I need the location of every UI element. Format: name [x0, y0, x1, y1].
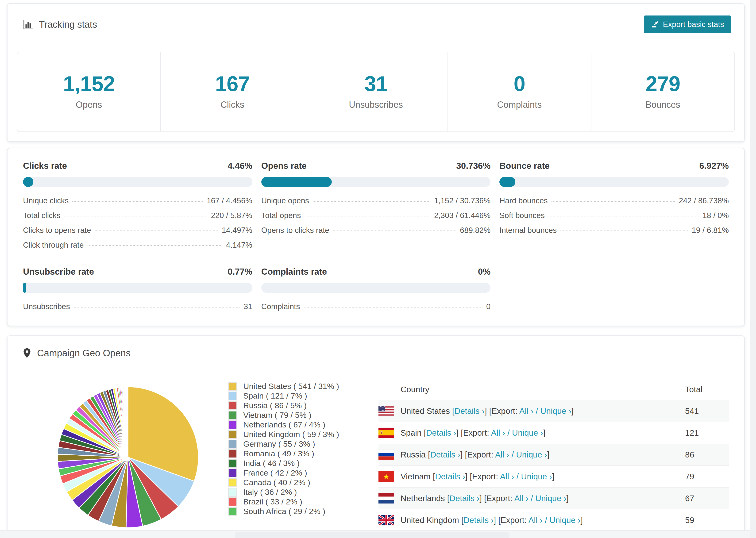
legend-item-united-states: United States ( 541 / 31% )	[228, 381, 339, 391]
rate-value: 6.927%	[699, 161, 729, 171]
export-all-link[interactable]: All ›	[528, 515, 543, 525]
country-cell: United Kingdom [Details ›] [Export: All …	[401, 515, 685, 525]
legend-item-netherlands: Netherlands ( 67 / 4% )	[228, 420, 339, 430]
legend-swatch	[228, 468, 237, 477]
rate-title: Opens rate	[261, 161, 307, 171]
legend-item-romania: Romania ( 49 / 3% )	[228, 449, 339, 458]
rate-detail-row: Click through rate4.147%	[23, 241, 252, 249]
bracket-close: ]	[547, 450, 549, 459]
rate-detail-row: Internal bounces19 / 6.81%	[499, 226, 729, 235]
geo-header: Campaign Geo Opens	[8, 336, 744, 368]
flag-es	[378, 428, 394, 438]
rate-block-header: Bounce rate6.927%	[499, 161, 729, 171]
bracket-close: ]	[566, 494, 568, 503]
summary-stats-row: 1,152Opens167Clicks31Unsubscribes0Compla…	[17, 52, 735, 132]
export-unique-link[interactable]: Unique ›	[540, 406, 571, 415]
legend-swatch	[228, 392, 237, 401]
rate-row-label: Soft bounces	[499, 211, 545, 220]
export-icon	[651, 20, 659, 28]
rate-detail-rows: Unsubscribes31	[23, 302, 252, 311]
rate-detail-row: Clicks to opens rate14.497%	[23, 226, 252, 235]
dotted-leader	[95, 231, 218, 231]
rate-detail-row: Complaints0	[261, 302, 491, 311]
rate-row-value: 4.147%	[226, 241, 252, 249]
export-unique-link[interactable]: Unique ›	[549, 515, 580, 525]
legend-label: Spain ( 121 / 7% )	[243, 391, 307, 401]
legend-item-vietnam: Vietnam ( 79 / 5% )	[228, 410, 339, 420]
rate-row-label: Click through rate	[23, 241, 84, 249]
page-title: Tracking stats	[39, 19, 97, 30]
rate-progressbar-fill	[23, 177, 33, 187]
legend-label: United States ( 541 / 31% )	[243, 382, 339, 391]
legend-swatch	[228, 507, 237, 516]
stat-value: 167	[161, 72, 304, 96]
rate-row-label: Opens to clicks rate	[261, 226, 329, 235]
country-name: United Kingdom [	[401, 515, 463, 525]
rate-detail-row: Opens to clicks rate689.82%	[261, 226, 491, 235]
details-link[interactable]: Details ›	[426, 428, 456, 437]
rate-progressbar-fill	[23, 283, 26, 293]
legend-swatch	[228, 478, 237, 487]
details-link[interactable]: Details ›	[430, 450, 460, 459]
rate-row-value: 19 / 6.81%	[692, 226, 729, 235]
country-column-header: Country	[401, 385, 685, 394]
legend-swatch	[228, 497, 237, 506]
legend-item-brazil: Brazil ( 33 / 2% )	[228, 497, 339, 507]
rate-row-label: Complaints	[261, 302, 300, 311]
details-link[interactable]: Details ›	[435, 472, 465, 481]
rate-row-label: Unique opens	[261, 196, 309, 205]
flag-gb	[378, 515, 394, 525]
dotted-leader	[313, 201, 430, 202]
legend-item-south-africa: South Africa ( 29 / 2% )	[228, 507, 339, 516]
rate-detail-rows: Unique opens1,152 / 30.736%Total opens2,…	[261, 196, 491, 235]
total-cell: 67	[685, 494, 729, 503]
bracket-text: ] [Export:	[485, 406, 519, 415]
export-all-link[interactable]: All ›	[495, 450, 509, 459]
geo-table: Country Total United States [Details ›] …	[378, 379, 729, 537]
legend-label: United Kingdom ( 59 / 3% )	[243, 430, 339, 439]
rate-row-value: 18 / 0%	[702, 211, 729, 220]
stat-value: 0	[448, 72, 591, 96]
total-cell: 79	[685, 472, 729, 481]
stat-label: Clicks	[161, 100, 304, 110]
rate-block-header: Opens rate30.736%	[261, 161, 491, 171]
tracking-stats-card: Tracking stats Export basic stats 1,152O…	[7, 3, 745, 142]
export-all-link[interactable]: All ›	[500, 472, 514, 481]
details-link[interactable]: Details ›	[463, 515, 494, 525]
rate-row-value: 220 / 5.87%	[211, 211, 252, 220]
flag-vn	[378, 471, 394, 482]
export-basic-stats-button[interactable]: Export basic stats	[644, 16, 731, 33]
rate-value: 0.77%	[228, 267, 252, 277]
export-unique-link[interactable]: Unique ›	[512, 428, 543, 437]
rate-detail-row: Total clicks220 / 5.87%	[23, 211, 252, 220]
legend-item-france: France ( 42 / 2% )	[228, 468, 339, 478]
bottom-partial-element	[235, 532, 510, 538]
export-unique-link[interactable]: Unique ›	[516, 450, 547, 459]
legend-item-italy: Italy ( 36 / 2% )	[228, 487, 339, 497]
rates-card: Clicks rate4.46%Unique clicks167 / 4.456…	[7, 148, 745, 326]
dotted-leader	[72, 201, 203, 202]
export-unique-link[interactable]: Unique ›	[535, 494, 566, 503]
page-scrollbar[interactable]	[750, 0, 756, 538]
rate-row-label: Total clicks	[23, 211, 61, 220]
rate-row-label: Hard bounces	[499, 196, 548, 205]
dotted-leader	[561, 231, 688, 231]
export-unique-link[interactable]: Unique ›	[521, 472, 552, 481]
rate-row-label: Unique clicks	[23, 196, 69, 205]
details-link[interactable]: Details ›	[449, 494, 479, 503]
bracket-close: ]	[552, 472, 554, 481]
export-all-link[interactable]: All ›	[514, 494, 528, 503]
bracket-close: ]	[580, 515, 583, 525]
legend-swatch	[228, 420, 237, 429]
rate-block-unsubscribe-rate: Unsubscribe rate0.77%Unsubscribes31	[23, 267, 252, 311]
rate-row-label: Clicks to opens rate	[23, 226, 91, 235]
geo-table-header: Country Total	[378, 379, 729, 400]
export-all-link[interactable]: All ›	[491, 428, 505, 437]
stat-value: 1,152	[17, 72, 160, 96]
details-link[interactable]: Details ›	[455, 406, 485, 415]
legend-label: Russia ( 86 / 5% )	[243, 401, 307, 410]
rate-row-value: 31	[244, 302, 252, 311]
export-all-link[interactable]: All ›	[519, 406, 533, 415]
legend-label: Brazil ( 33 / 2% )	[243, 497, 302, 506]
rate-progressbar	[23, 283, 252, 293]
